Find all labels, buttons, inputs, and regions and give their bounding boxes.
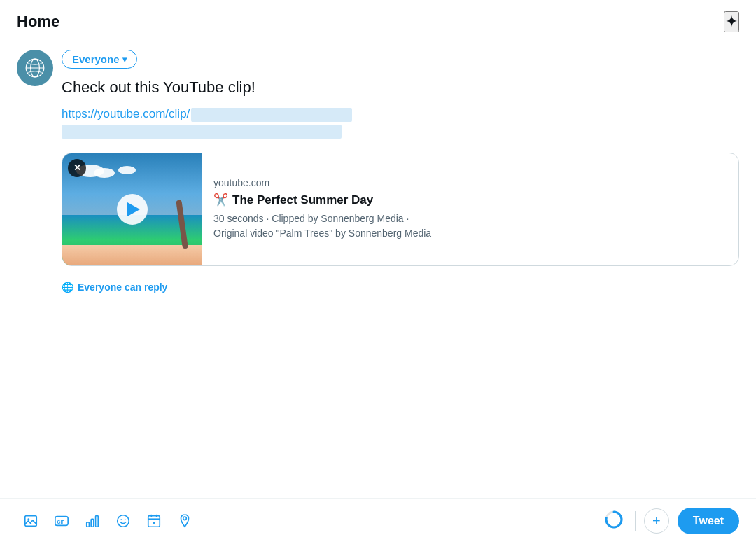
preview-thumbnail: ✕ bbox=[62, 153, 202, 265]
chevron-down-icon: ▾ bbox=[122, 55, 127, 64]
preview-title: ✂️ The Perfect Summer Day bbox=[214, 193, 727, 207]
toolbar-left: GIF bbox=[17, 507, 199, 535]
play-button[interactable] bbox=[117, 194, 148, 225]
audience-dropdown[interactable]: Everyone ▾ bbox=[62, 50, 137, 69]
svg-point-10 bbox=[118, 515, 130, 527]
svg-point-4 bbox=[27, 518, 29, 520]
play-icon bbox=[127, 202, 140, 216]
reply-setting[interactable]: 🌐 Everyone can reply bbox=[62, 282, 739, 293]
svg-rect-13 bbox=[148, 516, 160, 527]
add-gif-button[interactable]: GIF bbox=[48, 507, 76, 535]
preview-meta: 30 seconds · Clipped by Sonnenberg Media… bbox=[214, 211, 727, 241]
url-link[interactable]: https://youtube.com/clip/ bbox=[62, 107, 190, 120]
reply-setting-label: Everyone can reply bbox=[78, 282, 167, 293]
svg-rect-9 bbox=[96, 516, 99, 527]
sparkle-button[interactable]: ✦ bbox=[724, 11, 739, 32]
avatar bbox=[17, 50, 53, 86]
preview-info: youtube.com ✂️ The Perfect Summer Day 30… bbox=[202, 153, 738, 265]
tweet-text: Check out this YouTube clip! bbox=[62, 77, 739, 99]
close-preview-button[interactable]: ✕ bbox=[68, 159, 86, 177]
character-counter bbox=[604, 510, 626, 532]
audience-label: Everyone bbox=[72, 53, 120, 65]
compose-toolbar: GIF bbox=[0, 498, 756, 549]
svg-text:GIF: GIF bbox=[57, 520, 65, 524]
preview-source: youtube.com bbox=[214, 177, 727, 188]
url-second-line bbox=[62, 125, 342, 139]
svg-rect-3 bbox=[25, 516, 37, 527]
toolbar-divider bbox=[635, 511, 636, 531]
url-redacted bbox=[191, 108, 352, 122]
page-title: Home bbox=[17, 13, 59, 31]
add-emoji-button[interactable] bbox=[109, 507, 137, 535]
scissors-icon: ✂️ bbox=[214, 193, 228, 207]
globe-icon: 🌐 bbox=[62, 282, 74, 293]
preview-meta-line2: Original video "Palm Trees" by Sonnenber… bbox=[214, 228, 431, 239]
tweet-button[interactable]: Tweet bbox=[678, 508, 739, 534]
toolbar-right: + Tweet bbox=[604, 508, 739, 534]
add-poll-button[interactable] bbox=[78, 507, 106, 535]
svg-rect-7 bbox=[87, 522, 90, 527]
svg-rect-8 bbox=[91, 519, 94, 527]
plus-icon: + bbox=[652, 513, 661, 529]
add-image-button[interactable] bbox=[17, 507, 45, 535]
add-location-button[interactable] bbox=[171, 507, 199, 535]
svg-point-19 bbox=[183, 517, 187, 520]
preview-title-text: The Perfect Summer Day bbox=[232, 193, 373, 207]
add-tweet-button[interactable]: + bbox=[644, 508, 669, 534]
svg-point-11 bbox=[120, 519, 122, 520]
preview-card: ✕ youtube.com ✂️ The Perfect Summer Day … bbox=[62, 153, 739, 266]
preview-meta-line1: 30 seconds · Clipped by Sonnenberg Media… bbox=[214, 213, 409, 224]
schedule-button[interactable] bbox=[140, 507, 168, 535]
url-area[interactable]: https://youtube.com/clip/ bbox=[62, 107, 739, 139]
svg-point-12 bbox=[125, 519, 126, 520]
